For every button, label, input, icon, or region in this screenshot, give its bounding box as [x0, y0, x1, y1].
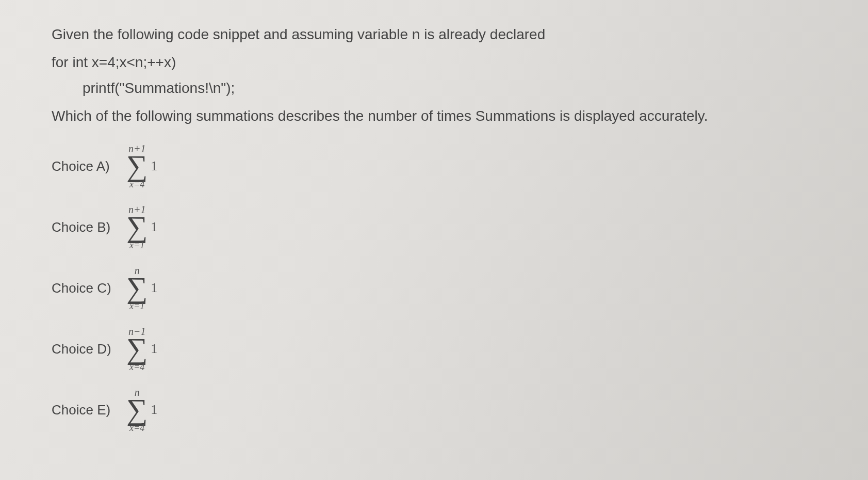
sum-lower-limit: x=1: [129, 301, 144, 311]
summation-expression: n+1 ∑ x=4 1: [126, 143, 157, 189]
choice-label: Choice E): [52, 402, 126, 418]
summation-expression: n ∑ x=4 1: [126, 387, 157, 433]
choice-d[interactable]: Choice D) n−1 ∑ x=4 1: [52, 320, 816, 378]
choice-a[interactable]: Choice A) n+1 ∑ x=4 1: [52, 137, 816, 195]
summation-expression: n ∑ x=1 1: [126, 265, 157, 311]
summation-expression: n+1 ∑ x=1 1: [126, 204, 157, 250]
sigma-symbol: ∑: [126, 216, 148, 238]
summand: 1: [151, 158, 157, 174]
sigma-symbol: ∑: [126, 398, 148, 421]
summand: 1: [151, 341, 157, 357]
choice-c[interactable]: Choice C) n ∑ x=1 1: [52, 259, 816, 317]
choice-label: Choice B): [52, 219, 126, 235]
sum-lower-limit: x=4: [129, 423, 144, 433]
sigma-symbol: ∑: [126, 338, 148, 360]
question-intro: Given the following code snippet and ass…: [52, 21, 816, 48]
summand: 1: [151, 219, 157, 235]
sum-lower-limit: x=4: [129, 362, 144, 372]
choice-label: Choice C): [52, 280, 126, 296]
summand: 1: [151, 280, 157, 296]
choice-b[interactable]: Choice B) n+1 ∑ x=1 1: [52, 198, 816, 256]
sum-lower-limit: x=1: [129, 241, 144, 250]
sigma-symbol: ∑: [126, 277, 148, 299]
choice-label: Choice D): [52, 341, 126, 357]
sum-lower-limit: x=4: [129, 180, 144, 189]
question-prompt: Which of the following summations descri…: [52, 108, 816, 124]
summand: 1: [151, 402, 157, 418]
choice-e[interactable]: Choice E) n ∑ x=4 1: [52, 381, 816, 439]
summation-expression: n−1 ∑ x=4 1: [126, 326, 157, 372]
sigma-symbol: ∑: [126, 155, 148, 178]
code-line-2: printf("Summations!\n");: [52, 80, 816, 97]
code-line-1: for int x=4;x<n;++x): [52, 54, 816, 71]
choice-label: Choice A): [52, 158, 126, 174]
